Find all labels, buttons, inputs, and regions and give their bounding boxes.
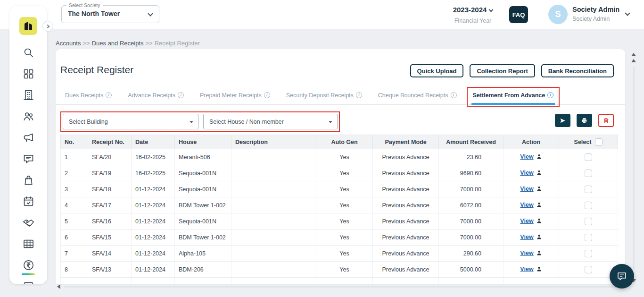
- cell-action: View: [504, 165, 559, 181]
- financial-year-block[interactable]: 2023-2024 Financial Year: [447, 6, 499, 24]
- view-link[interactable]: View: [520, 218, 533, 224]
- cell-house: Meranti-506: [175, 149, 231, 165]
- bank-reconciliation-button[interactable]: Bank Reconciliation: [541, 64, 614, 77]
- tab-label: Security Deposit Receipts: [286, 92, 354, 99]
- cell-date: 01-12-2024: [132, 229, 175, 246]
- handshake-icon[interactable]: [21, 215, 35, 229]
- cell-select: [559, 229, 618, 246]
- scroll-left-icon[interactable]: [57, 284, 60, 289]
- tab-label: Cheque Bounced Receipts: [378, 92, 448, 99]
- row-checkbox[interactable]: [585, 170, 592, 177]
- cell-payment-mode: Previous Advance: [373, 149, 439, 165]
- tab-prepaid-meter-receipts[interactable]: Prepaid Meter Receiptsi: [200, 86, 270, 105]
- person-icon: [536, 234, 542, 241]
- tab-label: Dues Receipts: [65, 92, 103, 99]
- tab-security-deposit-receipts[interactable]: Security Deposit Receiptsi: [286, 86, 362, 105]
- society-select[interactable]: Select Society The North Tower: [61, 5, 159, 23]
- horizontal-scrollbar[interactable]: [56, 283, 625, 290]
- chat-icon[interactable]: [21, 152, 35, 166]
- cell-receipt-no: SFA/15: [88, 229, 132, 246]
- view-link[interactable]: View: [520, 266, 533, 272]
- scroll-up-icon[interactable]: [631, 53, 636, 56]
- scrollbar-track[interactable]: [64, 286, 621, 288]
- society-select-label: Select Society: [66, 2, 103, 8]
- row-checkbox[interactable]: [585, 186, 592, 193]
- cell-house: BDM Tower 1-002: [175, 229, 231, 246]
- print-button[interactable]: [577, 114, 592, 127]
- receipt-table-body: 1SFA/2016-02-2025Meranti-506YesPrevious …: [61, 149, 618, 284]
- printer-icon: [581, 117, 588, 124]
- cell-action: View: [504, 262, 559, 278]
- select-header-label: Select: [574, 139, 592, 145]
- table-row-partial: [61, 278, 618, 284]
- select-all-checkbox[interactable]: [595, 138, 603, 146]
- user-menu-chevron-icon[interactable]: [625, 10, 630, 16]
- column-header-house: House: [175, 135, 231, 149]
- cell-date: 16-02-2025: [132, 149, 175, 165]
- scrollbar-track[interactable]: [633, 66, 635, 269]
- tab-cheque-bounced-receipts[interactable]: Cheque Bounced Receiptsi: [378, 86, 457, 105]
- scroll-up-icon[interactable]: [631, 59, 636, 62]
- send-button[interactable]: [555, 114, 570, 127]
- row-checkbox[interactable]: [585, 153, 592, 161]
- bag-icon[interactable]: [21, 173, 35, 187]
- info-icon: i: [356, 92, 362, 98]
- breadcrumb-item-receipt-register: Receipt Register: [155, 40, 200, 47]
- megaphone-icon[interactable]: [21, 130, 35, 144]
- faq-button[interactable]: FAQ: [509, 6, 528, 23]
- tab-advance-receipts[interactable]: Advance Receiptsi: [128, 86, 184, 105]
- people-icon[interactable]: [21, 109, 35, 123]
- breadcrumb-item-accounts[interactable]: Accounts: [56, 40, 81, 47]
- tab-settlement-from-advance[interactable]: Settlement From Advancei: [473, 86, 554, 105]
- cell-date: 01-12-2024: [132, 181, 175, 197]
- cell-amount-received: 7000.00: [439, 213, 504, 229]
- cell-no: 1: [61, 149, 88, 165]
- view-link[interactable]: View: [520, 250, 533, 256]
- row-checkbox[interactable]: [585, 218, 592, 225]
- cell-receipt-no: SFA/19: [88, 165, 132, 181]
- search-icon[interactable]: [21, 45, 35, 59]
- row-checkbox[interactable]: [585, 202, 592, 209]
- vertical-scrollbar[interactable]: [630, 50, 637, 284]
- view-link[interactable]: View: [520, 186, 533, 192]
- cell-no: 8: [61, 262, 88, 278]
- building-icon[interactable]: [21, 88, 35, 102]
- table-row: 6SFA/1501-12-2024BDM Tower 1-002YesPrevi…: [61, 229, 618, 246]
- view-link[interactable]: View: [520, 202, 533, 208]
- table-row: 7SFA/1401-12-2024Alpha-105YesPrevious Ad…: [61, 246, 618, 262]
- window-icon[interactable]: [21, 279, 35, 284]
- cell-description: [231, 181, 316, 197]
- cell-receipt-no: SFA/17: [88, 197, 132, 213]
- calendar-icon[interactable]: [21, 194, 35, 208]
- chat-support-button[interactable]: [610, 264, 634, 289]
- collection-report-button[interactable]: Collection Report: [470, 64, 535, 77]
- rupee-icon[interactable]: [21, 258, 35, 272]
- table-row: 5SFA/1601-12-2024Sequoia-001NYesPrevious…: [61, 213, 618, 229]
- table-icon[interactable]: [21, 237, 35, 251]
- row-checkbox[interactable]: [585, 266, 592, 273]
- row-checkbox[interactable]: [585, 250, 592, 257]
- receipt-table: No.Receipt No.DateHouseDescriptionAuto G…: [60, 135, 618, 284]
- tab-dues-receipts[interactable]: Dues Receiptsi: [65, 86, 112, 105]
- tab-bar: Dues ReceiptsiAdvance ReceiptsiPrepaid M…: [56, 86, 625, 105]
- row-checkbox[interactable]: [585, 234, 592, 241]
- view-link[interactable]: View: [520, 170, 533, 176]
- view-link[interactable]: View: [520, 153, 533, 160]
- house-select[interactable]: Select House / Non-member: [203, 114, 338, 129]
- delete-button[interactable]: [598, 114, 614, 127]
- user-name: Society Admin: [572, 6, 619, 13]
- trash-icon: [603, 117, 610, 124]
- quick-upload-button[interactable]: Quick Upload: [410, 64, 464, 77]
- app-logo-icon[interactable]: [19, 17, 37, 35]
- sidebar: [9, 6, 47, 284]
- breadcrumb-separator: >>: [146, 40, 153, 47]
- dashboard-grid-icon[interactable]: [21, 67, 35, 81]
- building-select[interactable]: Select Building: [63, 114, 198, 129]
- cell-payment-mode: Previous Advance: [373, 181, 439, 197]
- breadcrumb-item-dues-and-receipts[interactable]: Dues and Receipts: [92, 40, 144, 47]
- table-row: 8SFA/1301-12-2024BDM-206YesPrevious Adva…: [61, 262, 618, 278]
- sidebar-expand-button[interactable]: [42, 21, 53, 32]
- view-link[interactable]: View: [520, 234, 533, 240]
- cell-receipt-no: SFA/13: [88, 262, 132, 278]
- avatar[interactable]: S: [548, 5, 568, 24]
